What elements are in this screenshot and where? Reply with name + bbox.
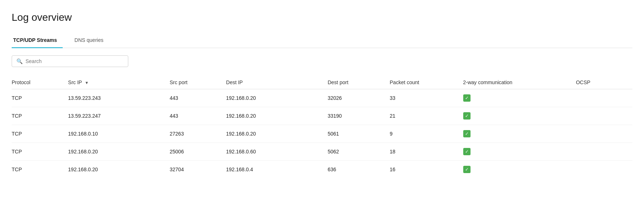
col-header-two-way: 2-way communication (463, 76, 576, 89)
col-header-ocsp: OCSP (576, 76, 632, 89)
cell-1: 192.168.0.20 (68, 161, 170, 179)
cell-2: 27263 (169, 125, 226, 143)
cell-7 (576, 161, 632, 179)
col-header-protocol: Protocol (12, 76, 68, 89)
table-row[interactable]: TCP192.168.0.1027263192.168.0.2050619✓ (12, 125, 632, 143)
tab-bar: TCP/UDP Streams DNS queries (12, 34, 632, 48)
checkmark-icon: ✓ (463, 94, 471, 102)
cell-5: 9 (390, 125, 463, 143)
cell-3: 192.168.0.20 (226, 125, 328, 143)
cell-3: 192.168.0.20 (226, 89, 328, 107)
cell-4: 5062 (328, 143, 390, 161)
col-header-dest-port: Dest port (328, 76, 390, 89)
checkmark-icon: ✓ (463, 130, 471, 137)
page-title: Log overview (12, 12, 632, 23)
streams-table: Protocol Src IP ▼ Src port Dest IP Dest … (12, 76, 632, 178)
cell-2: 32704 (169, 161, 226, 179)
table-header-row: Protocol Src IP ▼ Src port Dest IP Dest … (12, 76, 632, 89)
cell-5: 18 (390, 143, 463, 161)
checkmark-icon: ✓ (463, 112, 471, 120)
cell-0: TCP (12, 161, 68, 179)
cell-5: 33 (390, 89, 463, 107)
col-header-packet-count: Packet count (390, 76, 463, 89)
cell-7 (576, 89, 632, 107)
cell-3: 192.168.0.20 (226, 107, 328, 125)
cell-3: 192.168.0.4 (226, 161, 328, 179)
cell-7 (576, 107, 632, 125)
two-way-check: ✓ (463, 107, 576, 125)
cell-1: 192.168.0.20 (68, 143, 170, 161)
two-way-check: ✓ (463, 161, 576, 179)
cell-3: 192.168.0.60 (226, 143, 328, 161)
cell-2: 25006 (169, 143, 226, 161)
page-container: Log overview TCP/UDP Streams DNS queries… (0, 0, 644, 190)
cell-4: 32026 (328, 89, 390, 107)
cell-4: 33190 (328, 107, 390, 125)
cell-1: 13.59.223.243 (68, 89, 170, 107)
search-input[interactable] (26, 58, 124, 64)
cell-5: 21 (390, 107, 463, 125)
sort-arrow-src-ip: ▼ (85, 81, 89, 85)
cell-4: 5061 (328, 125, 390, 143)
cell-2: 443 (169, 89, 226, 107)
checkmark-icon: ✓ (463, 166, 471, 173)
cell-5: 16 (390, 161, 463, 179)
cell-1: 192.168.0.10 (68, 125, 170, 143)
col-header-src-ip[interactable]: Src IP ▼ (68, 76, 170, 89)
two-way-check: ✓ (463, 89, 576, 107)
cell-2: 443 (169, 107, 226, 125)
cell-0: TCP (12, 125, 68, 143)
table-row[interactable]: TCP192.168.0.2025006192.168.0.60506218✓ (12, 143, 632, 161)
table-row[interactable]: TCP192.168.0.2032704192.168.0.463616✓ (12, 161, 632, 179)
checkmark-icon: ✓ (463, 148, 471, 155)
two-way-check: ✓ (463, 125, 576, 143)
tab-dns[interactable]: DNS queries (73, 34, 109, 48)
col-header-dest-ip: Dest IP (226, 76, 328, 89)
cell-0: TCP (12, 143, 68, 161)
cell-0: TCP (12, 89, 68, 107)
cell-7 (576, 125, 632, 143)
col-header-src-port: Src port (169, 76, 226, 89)
table-row[interactable]: TCP13.59.223.243443192.168.0.203202633✓ (12, 89, 632, 107)
table-body: TCP13.59.223.243443192.168.0.203202633✓T… (12, 89, 632, 179)
two-way-check: ✓ (463, 143, 576, 161)
tab-tcp-udp[interactable]: TCP/UDP Streams (12, 34, 63, 48)
search-icon: 🔍 (16, 58, 23, 64)
cell-1: 13.59.223.247 (68, 107, 170, 125)
table-row[interactable]: TCP13.59.223.247443192.168.0.203319021✓ (12, 107, 632, 125)
search-bar: 🔍 (12, 55, 128, 67)
cell-4: 636 (328, 161, 390, 179)
cell-0: TCP (12, 107, 68, 125)
cell-7 (576, 143, 632, 161)
